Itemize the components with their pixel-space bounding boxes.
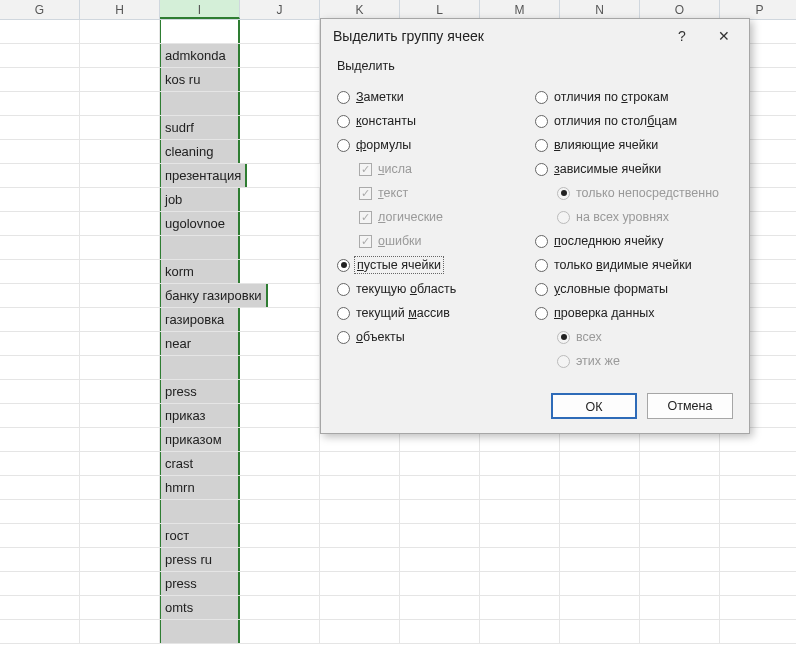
cell[interactable]: приказом: [160, 428, 240, 451]
cell[interactable]: [80, 476, 160, 499]
cell[interactable]: [80, 356, 160, 379]
cell[interactable]: [240, 308, 320, 331]
cell[interactable]: [160, 20, 240, 43]
cell[interactable]: [400, 500, 480, 523]
radio-option[interactable]: текущий массив: [337, 303, 535, 323]
column-header[interactable]: O: [640, 0, 720, 19]
column-header[interactable]: I: [160, 0, 240, 19]
cell[interactable]: kos ru: [160, 68, 240, 91]
cell[interactable]: [0, 212, 80, 235]
cell[interactable]: [748, 284, 796, 307]
radio-option[interactable]: влияющие ячейки: [535, 135, 733, 155]
help-icon[interactable]: ?: [661, 21, 703, 51]
cell[interactable]: [720, 548, 796, 571]
cell[interactable]: [240, 404, 320, 427]
cell[interactable]: [480, 548, 560, 571]
cell[interactable]: [400, 620, 480, 643]
cell[interactable]: [480, 572, 560, 595]
cell[interactable]: [640, 524, 720, 547]
cell[interactable]: [80, 308, 160, 331]
cell[interactable]: press ru: [160, 548, 240, 571]
cell[interactable]: [640, 548, 720, 571]
cell[interactable]: [560, 620, 640, 643]
cell[interactable]: [0, 620, 80, 643]
radio-option[interactable]: Заметки: [337, 87, 535, 107]
cell[interactable]: [80, 92, 160, 115]
cell[interactable]: ugolovnoe: [160, 212, 240, 235]
cell[interactable]: [240, 548, 320, 571]
cell[interactable]: [80, 188, 160, 211]
cell[interactable]: cleaning: [160, 140, 240, 163]
cell[interactable]: [80, 236, 160, 259]
cell[interactable]: [240, 332, 320, 355]
cell[interactable]: [240, 500, 320, 523]
cell[interactable]: [560, 524, 640, 547]
cell[interactable]: [80, 500, 160, 523]
cell[interactable]: [240, 380, 320, 403]
cell[interactable]: [80, 452, 160, 475]
cell[interactable]: банку газировки: [160, 284, 268, 307]
cell[interactable]: [720, 476, 796, 499]
cell[interactable]: [320, 620, 400, 643]
cell[interactable]: crast: [160, 452, 240, 475]
cell[interactable]: [80, 164, 160, 187]
cell[interactable]: [400, 476, 480, 499]
cell[interactable]: [160, 92, 240, 115]
cancel-button[interactable]: Отмена: [647, 393, 733, 419]
radio-option[interactable]: последнюю ячейку: [535, 231, 733, 251]
radio-option[interactable]: зависимые ячейки: [535, 159, 733, 179]
cell[interactable]: [560, 596, 640, 619]
radio-option[interactable]: только видимые ячейки: [535, 255, 733, 275]
cell[interactable]: [0, 116, 80, 139]
radio-option[interactable]: проверка данных: [535, 303, 733, 323]
cell[interactable]: [640, 452, 720, 475]
cell[interactable]: [320, 500, 400, 523]
cell[interactable]: [320, 452, 400, 475]
cell[interactable]: [560, 548, 640, 571]
cell[interactable]: [240, 92, 320, 115]
cell[interactable]: [240, 452, 320, 475]
column-header[interactable]: J: [240, 0, 320, 19]
cell[interactable]: [400, 452, 480, 475]
cell[interactable]: [80, 380, 160, 403]
radio-option[interactable]: объекты: [337, 327, 535, 347]
cell[interactable]: [0, 20, 80, 43]
cell[interactable]: [0, 428, 80, 451]
column-header[interactable]: L: [400, 0, 480, 19]
cell[interactable]: [80, 404, 160, 427]
column-header[interactable]: G: [0, 0, 80, 19]
cell[interactable]: [0, 260, 80, 283]
column-header[interactable]: N: [560, 0, 640, 19]
cell[interactable]: [720, 500, 796, 523]
cell[interactable]: [0, 500, 80, 523]
cell[interactable]: [80, 572, 160, 595]
close-icon[interactable]: ✕: [703, 21, 745, 51]
cell[interactable]: [400, 596, 480, 619]
cell[interactable]: near: [160, 332, 240, 355]
cell[interactable]: [80, 620, 160, 643]
cell[interactable]: [0, 188, 80, 211]
cell[interactable]: [720, 452, 796, 475]
cell[interactable]: [640, 596, 720, 619]
cell[interactable]: [480, 476, 560, 499]
ok-button[interactable]: ОК: [551, 393, 637, 419]
cell[interactable]: [80, 428, 160, 451]
cell[interactable]: [80, 596, 160, 619]
cell[interactable]: [320, 572, 400, 595]
radio-option[interactable]: формулы: [337, 135, 535, 155]
cell[interactable]: [240, 428, 320, 451]
cell[interactable]: [0, 44, 80, 67]
cell[interactable]: [0, 140, 80, 163]
cell[interactable]: [0, 380, 80, 403]
cell[interactable]: [80, 116, 160, 139]
cell[interactable]: гост: [160, 524, 240, 547]
cell[interactable]: [0, 596, 80, 619]
cell[interactable]: презентация: [160, 164, 247, 187]
cell[interactable]: [80, 524, 160, 547]
cell[interactable]: [240, 116, 320, 139]
radio-option[interactable]: константы: [337, 111, 535, 131]
cell[interactable]: [240, 476, 320, 499]
cell[interactable]: [240, 356, 320, 379]
cell[interactable]: [480, 452, 560, 475]
cell[interactable]: [240, 596, 320, 619]
